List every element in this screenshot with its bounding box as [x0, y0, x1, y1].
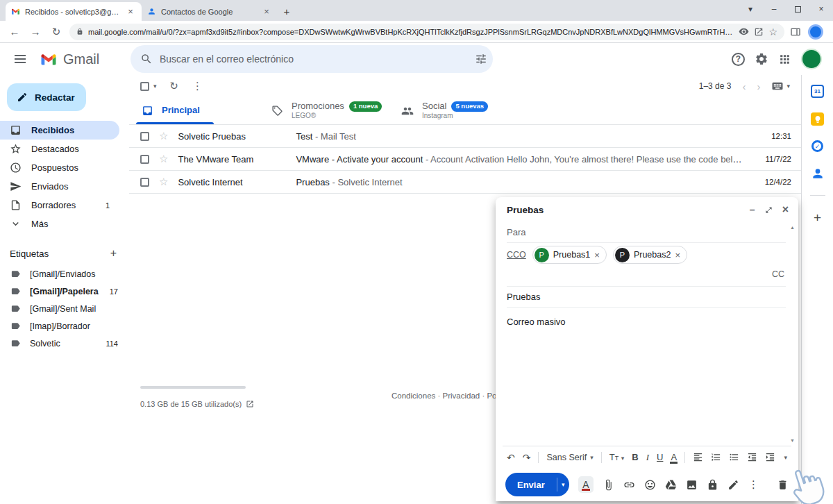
- italic-button[interactable]: I: [646, 452, 649, 463]
- signature-pen-icon[interactable]: [727, 479, 739, 491]
- redo-icon[interactable]: ↷: [523, 452, 531, 463]
- select-all-checkbox[interactable]: [140, 82, 149, 91]
- numbered-list-button[interactable]: [711, 452, 721, 462]
- attach-file-icon[interactable]: [603, 479, 614, 491]
- apps-grid-icon[interactable]: [778, 53, 791, 66]
- tab-close-icon[interactable]: ×: [261, 6, 272, 17]
- search-filter-icon[interactable]: [475, 53, 487, 65]
- tasks-icon[interactable]: ✓: [811, 140, 823, 152]
- page-previous-icon[interactable]: ‹: [742, 81, 746, 92]
- font-size-button[interactable]: TT ▾: [609, 452, 625, 462]
- browser-tab-gmail[interactable]: Recibidos - solveticp3@gmail.co ×: [6, 2, 142, 21]
- contacts-icon[interactable]: [811, 167, 825, 180]
- gmail-logo[interactable]: Gmail: [33, 51, 107, 67]
- add-addon-icon[interactable]: +: [814, 210, 821, 226]
- sidebar-item-drafts[interactable]: Borradores 1: [0, 196, 119, 215]
- indent-increase-button[interactable]: [765, 452, 775, 462]
- sidebar-item-inbox[interactable]: Recibidos: [0, 121, 119, 140]
- compose-scrollbar[interactable]: ▲ ▼: [789, 225, 796, 443]
- forward-icon[interactable]: →: [28, 26, 43, 37]
- bulleted-list-button[interactable]: [729, 452, 739, 462]
- send-options-icon[interactable]: ▾: [557, 473, 569, 496]
- page-next-icon[interactable]: ›: [757, 81, 760, 92]
- email-row[interactable]: ☆ The VMware Team VMware - Activate your…: [129, 148, 801, 171]
- url-box[interactable]: mail.google.com/mail/u/0/?zx=apmf3xd9it5…: [69, 24, 784, 40]
- sidebar-label-imap-borrador[interactable]: [Imap]/Borrador: [0, 317, 129, 335]
- confidential-mode-icon[interactable]: [707, 479, 718, 491]
- more-formatting-icon[interactable]: ▾: [784, 454, 787, 461]
- row-star-icon[interactable]: ☆: [159, 176, 168, 188]
- remove-recipient-icon[interactable]: ×: [594, 250, 600, 260]
- email-row[interactable]: ☆ Solvetic Pruebas Test - Mail Test 12:3…: [129, 125, 801, 148]
- sidebar-label-gmail-sent-mail[interactable]: [Gmail]/Sent Mail: [0, 300, 129, 317]
- browser-profile-avatar[interactable]: [808, 24, 823, 40]
- sidebar-item-more[interactable]: Más: [0, 215, 119, 233]
- sidebar-label-solvetic[interactable]: Solvetic 114: [0, 335, 129, 352]
- message-body[interactable]: Correo masivo: [507, 308, 786, 327]
- align-button[interactable]: [693, 452, 703, 462]
- formatting-options-button[interactable]: A: [578, 476, 594, 493]
- recipients-row[interactable]: Para: [507, 222, 786, 243]
- sidebar-item-starred[interactable]: Destacados: [0, 140, 119, 158]
- send-button[interactable]: Enviar: [505, 473, 557, 496]
- tab-close-icon[interactable]: ×: [125, 6, 136, 17]
- more-options-icon[interactable]: ⋮: [190, 80, 205, 92]
- side-panel-icon[interactable]: [790, 26, 801, 37]
- undo-icon[interactable]: ↶: [507, 452, 515, 463]
- back-icon[interactable]: ←: [7, 26, 22, 37]
- scroll-up-icon[interactable]: ▲: [790, 225, 795, 230]
- sidebar-label-gmail-papelera[interactable]: [Gmail]/Papelera 17: [0, 283, 129, 300]
- scroll-down-icon[interactable]: ▼: [790, 438, 795, 443]
- search-icon[interactable]: [140, 53, 153, 65]
- text-color-button[interactable]: A: [671, 452, 677, 462]
- recipient-chip[interactable]: P Pruebas2 ×: [613, 246, 687, 264]
- compose-minimize-icon[interactable]: –: [750, 204, 755, 215]
- more-send-options-icon[interactable]: ⋮: [748, 478, 759, 491]
- calendar-icon[interactable]: 31: [811, 85, 824, 98]
- compose-header[interactable]: Pruebas – ×: [496, 197, 798, 222]
- indent-decrease-button[interactable]: [747, 452, 757, 462]
- font-family-selector[interactable]: Sans Serif ▾: [546, 453, 593, 462]
- row-checkbox[interactable]: [140, 178, 149, 187]
- add-label-icon[interactable]: +: [110, 247, 117, 260]
- email-row[interactable]: ☆ Solvetic Internet Pruebas - Solvetic I…: [129, 171, 801, 194]
- sidebar-item-snoozed[interactable]: Pospuestos: [0, 158, 119, 177]
- tab-principal[interactable]: Principal: [129, 97, 259, 124]
- compose-button[interactable]: Redactar: [7, 83, 86, 111]
- compose-popout-icon[interactable]: [765, 206, 773, 214]
- insert-emoji-icon[interactable]: [644, 479, 656, 491]
- search-input[interactable]: [160, 53, 468, 65]
- row-star-icon[interactable]: ☆: [159, 153, 168, 165]
- bookmark-star-icon[interactable]: ☆: [768, 26, 777, 37]
- share-icon[interactable]: [754, 27, 764, 37]
- insert-image-icon[interactable]: [686, 479, 698, 491]
- new-tab-button[interactable]: +: [278, 2, 296, 20]
- tab-social[interactable]: Social 5 nuevas Instagram: [389, 97, 519, 124]
- tab-promociones[interactable]: Promociones 1 nueva LEGO®: [259, 97, 389, 124]
- input-method-button[interactable]: ▾: [771, 80, 790, 92]
- browser-tab-contacts[interactable]: Contactos de Google ×: [142, 2, 278, 21]
- recipient-chip[interactable]: P Pruebas1 ×: [532, 246, 607, 264]
- settings-gear-icon[interactable]: [755, 52, 768, 66]
- keep-icon[interactable]: [811, 112, 824, 126]
- sidebar-item-sent[interactable]: Enviados: [0, 177, 119, 196]
- visibility-icon[interactable]: [739, 26, 749, 37]
- row-star-icon[interactable]: ☆: [159, 130, 168, 142]
- bold-button[interactable]: B: [632, 452, 638, 462]
- main-menu-icon[interactable]: [7, 46, 33, 72]
- window-close-button[interactable]: ×: [809, 0, 833, 18]
- cc-label[interactable]: CC: [772, 269, 784, 279]
- window-minimize-button[interactable]: –: [762, 0, 786, 18]
- underline-button[interactable]: U: [657, 452, 663, 462]
- reload-icon[interactable]: ↻: [49, 26, 64, 38]
- sidebar-label-gmail-enviados[interactable]: [Gmail]/Enviados: [0, 265, 129, 283]
- insert-drive-icon[interactable]: [665, 479, 677, 491]
- bcc-label[interactable]: CCO: [507, 250, 526, 260]
- row-checkbox[interactable]: [140, 155, 149, 164]
- compose-close-icon[interactable]: ×: [782, 203, 789, 216]
- open-in-new-icon[interactable]: [246, 400, 254, 408]
- help-icon[interactable]: ?: [732, 53, 745, 66]
- subject-field[interactable]: Pruebas: [507, 287, 786, 308]
- account-avatar[interactable]: [801, 49, 822, 69]
- refresh-icon[interactable]: ↻: [167, 80, 182, 92]
